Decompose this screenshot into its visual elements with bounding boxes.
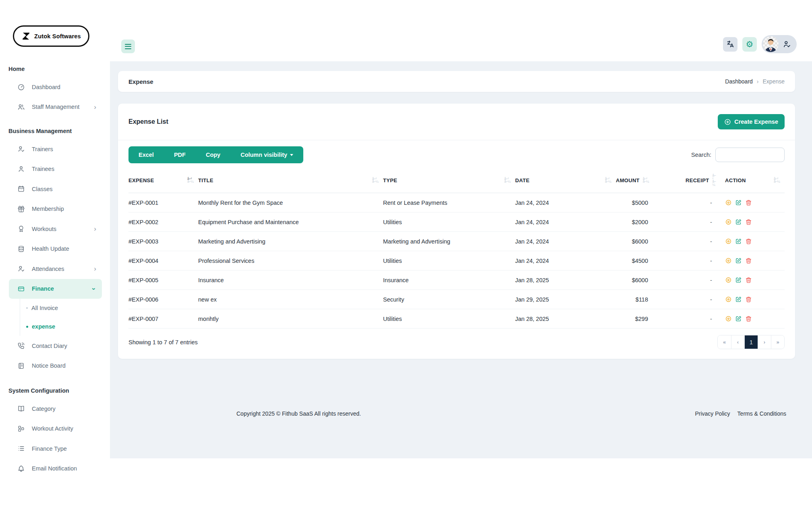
cell-expense-id: #EXP-0005 [128, 271, 198, 290]
view-icon[interactable] [725, 219, 732, 225]
bullet-dot-icon [26, 307, 28, 309]
footer-links: Privacy Policy Terms & Conditions [695, 410, 786, 417]
breadcrumb-dashboard-link[interactable]: Dashboard [725, 78, 753, 85]
pagination-next-button[interactable]: › [758, 335, 771, 349]
language-button[interactable] [723, 37, 737, 52]
edit-icon[interactable] [735, 257, 742, 264]
column-visibility-dropdown[interactable]: Column visibility [230, 146, 303, 163]
caret-down-icon [290, 154, 293, 156]
edit-icon[interactable] [735, 296, 742, 303]
column-header-title[interactable]: TITLEâ–²â–¼ [198, 168, 383, 193]
sidebar-item-membership[interactable]: Membership [9, 199, 102, 219]
table-row: #EXP-0006 new ex Security Jan 29, 2025 $… [128, 290, 785, 309]
pdf-button[interactable]: PDF [164, 146, 196, 163]
row-actions [725, 238, 780, 245]
nav-section-home: Home [0, 65, 110, 73]
credit-card-icon [17, 285, 25, 293]
edit-icon[interactable] [735, 219, 742, 225]
sidebar-item-workout-activity[interactable]: Workout Activity [9, 419, 102, 439]
sidebar-item-category[interactable]: Category [9, 399, 102, 419]
cell-expense-id: #EXP-0006 [128, 290, 198, 309]
sidebar-item-label: Finance [32, 285, 54, 292]
view-icon[interactable] [725, 257, 732, 264]
copy-button[interactable]: Copy [196, 146, 230, 163]
sidebar-item-email-notification[interactable]: Email Notification [9, 459, 102, 479]
list-icon [17, 445, 25, 452]
sort-icon: â–²â–¼ [504, 177, 510, 183]
sidebar-toggle-button[interactable] [121, 40, 135, 53]
view-icon[interactable] [725, 296, 732, 303]
cell-date: Jan 24, 2024 [515, 232, 616, 251]
topbar-actions: ⚙ [723, 35, 797, 53]
delete-icon[interactable] [745, 219, 752, 225]
settings-button[interactable]: ⚙ [742, 37, 757, 52]
avatar[interactable] [763, 36, 779, 52]
chevron-right-icon: › [94, 225, 96, 232]
edit-icon[interactable] [735, 199, 742, 206]
sidebar-item-attendances[interactable]: Attendances › [9, 259, 102, 279]
sidebar-item-workouts[interactable]: Workouts › [9, 219, 102, 239]
edit-icon[interactable] [735, 315, 742, 322]
view-icon[interactable] [725, 199, 732, 206]
cell-type: Marketing and Advertising [383, 232, 515, 251]
column-header-action[interactable]: ACTIONâ–²â–¼ [721, 168, 785, 193]
delete-icon[interactable] [745, 238, 752, 245]
column-header-expense[interactable]: EXPENSEâ–²â–¼ [128, 168, 198, 193]
delete-icon[interactable] [745, 315, 752, 322]
pagination-prev-button[interactable]: ‹ [731, 335, 744, 349]
sidebar-item-label: Contact Diary [32, 343, 67, 349]
pagination-first-button[interactable]: « [718, 335, 731, 349]
privacy-policy-link[interactable]: Privacy Policy [695, 410, 730, 417]
breadcrumb: Dashboard › Expense [725, 78, 785, 85]
hamburger-icon [125, 44, 131, 45]
pagination-page-1-button[interactable]: 1 [744, 335, 758, 349]
search-input[interactable] [715, 148, 785, 162]
breadcrumb-separator: › [757, 78, 759, 85]
create-expense-button[interactable]: Create Expense [718, 114, 785, 129]
delete-icon[interactable] [745, 296, 752, 303]
sidebar-item-classes[interactable]: Classes [9, 179, 102, 199]
pagination-last-button[interactable]: » [771, 335, 784, 349]
cell-expense-id: #EXP-0007 [128, 309, 198, 329]
view-icon[interactable] [725, 238, 732, 245]
sidebar-item-finance-type[interactable]: Finance Type [9, 439, 102, 459]
cell-type: Utilities [383, 212, 515, 232]
edit-icon[interactable] [735, 238, 742, 245]
sidebar-item-dashboard[interactable]: Dashboard [9, 77, 102, 97]
dashboard-icon [17, 83, 25, 91]
sidebar-item-trainers[interactable]: Trainers [9, 139, 102, 159]
column-header-amount[interactable]: AMOUNTâ–²â–¼ [616, 168, 680, 193]
delete-icon[interactable] [745, 199, 752, 206]
sidebar-item-label: Workouts [32, 226, 56, 232]
cell-receipt: - [680, 212, 721, 232]
topbar: ⚙ [110, 0, 812, 61]
sidebar-item-contact-diary[interactable]: Contact Diary [9, 336, 102, 356]
sidebar: Zutok Softwares Home Dashboard Staff Man… [0, 0, 110, 512]
profile-menu[interactable] [762, 35, 797, 53]
brand-logo[interactable]: Zutok Softwares [13, 25, 89, 47]
view-icon[interactable] [725, 277, 732, 283]
sidebar-subitem-all-invoice[interactable]: All Invoice [20, 299, 110, 317]
sidebar-item-finance[interactable]: Finance › [9, 279, 102, 299]
sidebar-item-staff-management[interactable]: Staff Management › [9, 97, 102, 117]
column-header-receipt[interactable]: RECEIPTâ–²â–¼ [680, 168, 721, 193]
delete-icon[interactable] [745, 257, 752, 264]
sidebar-nav: Home Dashboard Staff Management › Busine… [0, 65, 110, 479]
sidebar-item-trainees[interactable]: Trainees [9, 159, 102, 179]
sidebar-item-label: Workout Activity [32, 425, 73, 432]
terms-link[interactable]: Terms & Conditions [737, 410, 786, 417]
view-icon[interactable] [725, 315, 732, 322]
sidebar-item-health-update[interactable]: Health Update [9, 239, 102, 259]
delete-icon[interactable] [745, 277, 752, 283]
edit-icon[interactable] [735, 277, 742, 283]
cell-amount: $5000 [616, 193, 680, 212]
sort-icon: â–²â–¼ [605, 177, 611, 183]
export-button-group: Excel PDF Copy Column visibility [128, 146, 303, 163]
expense-list-title: Expense List [128, 118, 168, 125]
sidebar-subitem-expense[interactable]: expense [20, 317, 110, 336]
excel-button[interactable]: Excel [128, 146, 164, 163]
column-header-date[interactable]: DATEâ–²â–¼ [515, 168, 616, 193]
sidebar-item-notice-board[interactable]: Notice Board [9, 356, 102, 376]
column-header-type[interactable]: TYPEâ–²â–¼ [383, 168, 515, 193]
layout-grid-icon [17, 425, 25, 433]
